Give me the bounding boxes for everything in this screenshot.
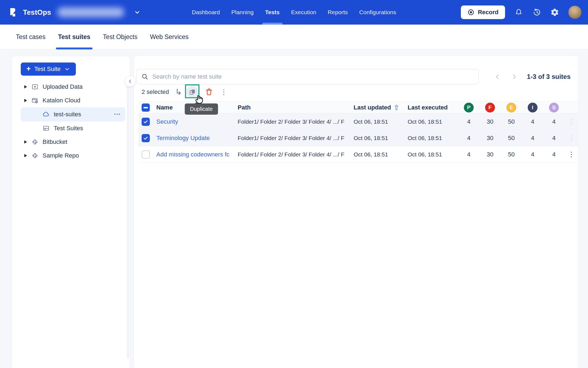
test-suites-panel: 1-3 of 3 suites 2 selected ↳ Duplicate bbox=[134, 55, 578, 368]
tab-test-suites[interactable]: Test suites bbox=[58, 25, 90, 49]
redacted-workspace-name bbox=[57, 7, 124, 17]
row-actions-button[interactable]: ⋮ bbox=[568, 135, 575, 141]
trash-icon bbox=[205, 88, 213, 96]
search-input[interactable] bbox=[152, 73, 473, 80]
active-nav-underline bbox=[262, 23, 282, 25]
cloud-icon bbox=[43, 111, 50, 118]
select-all-checkbox[interactable] bbox=[142, 103, 150, 112]
table-row: Terminology Update Folder1/ Folder 2/ Fo… bbox=[138, 130, 578, 146]
nav-dashboard[interactable]: Dashboard bbox=[192, 0, 220, 25]
active-tab-underline bbox=[56, 48, 92, 49]
nav-reports[interactable]: Reports bbox=[328, 0, 348, 25]
pagination-range-label: 1-3 of 3 suites bbox=[527, 73, 571, 81]
nav-configurations[interactable]: Configurations bbox=[359, 0, 396, 25]
tests-tab-bar: Test cases Test suites Test Objects Web … bbox=[0, 25, 588, 49]
suite-name-link[interactable]: Security bbox=[156, 118, 238, 125]
bulk-more-actions-button[interactable]: ⋮ bbox=[220, 88, 227, 96]
last-executed-value: Oct 06, 18:51 bbox=[408, 118, 458, 125]
row-actions-button[interactable]: ⋮ bbox=[568, 151, 575, 158]
tree-item-katalon-cloud[interactable]: Katalon Cloud bbox=[21, 94, 125, 107]
kebab-icon: ⋮ bbox=[220, 88, 227, 96]
sidebar-scrollbar[interactable] bbox=[127, 80, 129, 359]
duplicate-button[interactable] bbox=[186, 86, 198, 98]
notifications-icon[interactable] bbox=[514, 8, 523, 17]
skipped-count: 4 bbox=[552, 135, 556, 142]
search-icon bbox=[141, 73, 148, 80]
suite-folder-tree: Uploaded Data Katalon Cloud test-suites … bbox=[12, 80, 130, 162]
suite-path: Folder1/ Folder 2/ Folder 3/ Folder 4/ .… bbox=[238, 118, 354, 125]
git-repo-icon bbox=[31, 152, 38, 159]
plus-icon: + bbox=[26, 65, 31, 73]
folder-upload-icon bbox=[31, 83, 38, 90]
move-to-folder-button[interactable]: ↳ bbox=[174, 88, 183, 96]
delete-button[interactable] bbox=[205, 88, 213, 96]
last-executed-value: Oct 06, 18:51 bbox=[408, 151, 458, 158]
last-updated-value: Oct 06, 18:51 bbox=[354, 118, 408, 125]
check-icon bbox=[143, 135, 148, 141]
tree-item-test-suites-folder[interactable]: test-suites ··· bbox=[21, 107, 125, 121]
suite-name-link[interactable]: Terminology Update bbox=[156, 135, 238, 142]
test-suites-sidebar: + Test Suite Uploaded Data Katalon Cloud bbox=[12, 56, 130, 368]
sidebar-collapse-button[interactable] bbox=[125, 76, 136, 87]
skipped-count: 4 bbox=[552, 151, 556, 158]
tab-test-cases[interactable]: Test cases bbox=[16, 25, 46, 49]
more-actions-icon[interactable]: ··· bbox=[114, 111, 125, 118]
avatar[interactable] bbox=[568, 6, 581, 19]
column-header-last-executed: Last executed bbox=[408, 104, 458, 111]
error-count: 50 bbox=[508, 151, 515, 158]
workspace-switcher-chevron-icon[interactable] bbox=[134, 9, 141, 16]
caret-right-icon[interactable] bbox=[24, 99, 27, 102]
avatar-image bbox=[568, 6, 581, 19]
suite-card-icon bbox=[43, 125, 50, 132]
caret-right-icon[interactable] bbox=[24, 85, 27, 88]
caret-right-icon[interactable] bbox=[24, 140, 27, 144]
tab-test-objects[interactable]: Test Objects bbox=[103, 25, 138, 49]
selection-toolbar: 2 selected ↳ Duplicate ⋮ bbox=[136, 86, 578, 98]
tree-item-sample-repo[interactable]: Sample Repo bbox=[21, 149, 125, 162]
top-navigation: Dashboard Planning Tests Execution Repor… bbox=[192, 0, 396, 25]
skipped-count: 4 bbox=[552, 118, 556, 125]
history-icon[interactable] bbox=[532, 8, 541, 17]
column-header-last-updated: Last updated ⇧ bbox=[354, 104, 408, 111]
new-test-suite-button[interactable]: + Test Suite bbox=[21, 63, 76, 76]
passed-count: 4 bbox=[467, 151, 470, 158]
suite-name-link[interactable]: Add missing codeowners fc bbox=[156, 151, 238, 158]
sort-ascending-icon[interactable]: ⇧ bbox=[393, 104, 399, 111]
last-updated-value: Oct 06, 18:51 bbox=[354, 151, 408, 158]
check-icon bbox=[143, 119, 148, 124]
app-bar: TestOps Dashboard Planning Tests Executi… bbox=[0, 0, 588, 25]
nav-execution[interactable]: Execution bbox=[291, 0, 316, 25]
search-row: 1-3 of 3 suites bbox=[136, 69, 571, 84]
tree-item-test-suites-card[interactable]: Test Suites bbox=[21, 121, 125, 135]
chevron-right-icon bbox=[511, 73, 518, 80]
nav-tests[interactable]: Tests bbox=[265, 0, 279, 25]
row-checkbox[interactable] bbox=[142, 150, 150, 159]
nav-planning[interactable]: Planning bbox=[231, 0, 254, 25]
caret-right-icon[interactable] bbox=[24, 154, 27, 157]
error-count: 50 bbox=[508, 118, 515, 125]
table-row: Security Folder1/ Folder 2/ Folder 3/ Fo… bbox=[138, 114, 578, 130]
settings-icon[interactable] bbox=[550, 8, 559, 17]
row-actions-button[interactable]: ⋮ bbox=[568, 118, 575, 125]
status-badge-passed: P bbox=[464, 103, 474, 112]
last-updated-value: Oct 06, 18:51 bbox=[354, 135, 408, 141]
record-button[interactable]: Record bbox=[461, 5, 505, 19]
chevron-left-icon bbox=[494, 73, 501, 80]
tree-item-uploaded-data[interactable]: Uploaded Data bbox=[21, 80, 125, 94]
row-checkbox[interactable] bbox=[142, 118, 150, 126]
row-checkbox[interactable] bbox=[142, 134, 150, 142]
previous-page-button[interactable] bbox=[494, 73, 501, 80]
kebab-icon: ⋮ bbox=[568, 118, 575, 125]
error-count: 50 bbox=[508, 135, 515, 142]
search-box bbox=[136, 69, 479, 84]
katalon-logo-icon bbox=[7, 7, 19, 18]
duplicate-tooltip: Duplicate bbox=[185, 103, 218, 115]
brand: TestOps bbox=[0, 7, 141, 18]
tab-web-services[interactable]: Web Services bbox=[150, 25, 189, 49]
failed-count: 30 bbox=[487, 151, 493, 158]
next-page-button[interactable] bbox=[511, 73, 518, 80]
status-badge-incomplete: I bbox=[528, 103, 538, 112]
table-row: Add missing codeowners fc Folder1/ Folde… bbox=[138, 146, 578, 163]
git-repo-icon bbox=[31, 138, 38, 146]
tree-item-bitbucket[interactable]: Bitbucket bbox=[21, 135, 125, 149]
